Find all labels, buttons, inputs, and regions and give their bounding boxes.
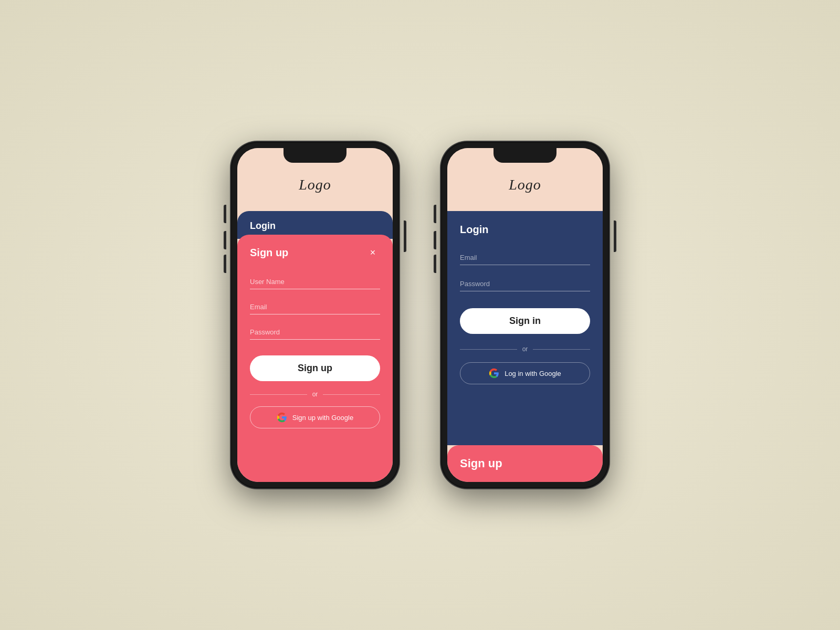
phone-2-content: Logo Login Sign in or	[447, 148, 603, 482]
signin-button[interactable]: Sign in	[460, 308, 590, 334]
or-divider-1: or	[250, 391, 380, 398]
logo-2: Logo	[509, 176, 541, 193]
google-login-button[interactable]: Log in with Google	[460, 362, 590, 384]
username-field	[250, 275, 380, 289]
signup-title: Sign up	[250, 247, 288, 259]
google-signup-button[interactable]: Sign up with Google	[250, 406, 380, 428]
signup-card-header: Sign up ×	[250, 245, 380, 260]
password-field-1	[250, 325, 380, 340]
close-button[interactable]: ×	[365, 245, 380, 260]
email-field-1	[250, 300, 380, 314]
or-line-right-1	[323, 394, 380, 395]
password-input-2[interactable]	[460, 277, 590, 291]
phone-1: Logo Login Sign up ×	[231, 142, 399, 488]
login-main: Login Sign in or	[447, 211, 603, 445]
phone-1-content: Logo Login Sign up ×	[237, 148, 393, 482]
login-tab-title-1: Login	[250, 220, 276, 231]
email-field-2	[460, 250, 590, 265]
login-title: Login	[460, 224, 590, 236]
notch-1	[284, 148, 346, 163]
or-divider-2: or	[460, 345, 590, 353]
google-signup-label: Sign up with Google	[292, 414, 353, 422]
username-input[interactable]	[250, 275, 380, 289]
phone-2-screen: Logo Login Sign in or	[447, 148, 603, 482]
password-input-1[interactable]	[250, 325, 380, 340]
logo-1: Logo	[299, 176, 331, 193]
password-field-2	[460, 277, 590, 291]
google-login-label: Log in with Google	[505, 370, 561, 377]
bottom-signup-tab[interactable]: Sign up	[447, 445, 603, 482]
bottom-signup-title: Sign up	[460, 457, 502, 470]
spacer	[460, 384, 590, 445]
signup-button[interactable]: Sign up	[250, 355, 380, 381]
or-line-left-1	[250, 394, 307, 395]
email-input-1[interactable]	[250, 300, 380, 314]
signup-card: Sign up × Sign up or	[237, 235, 393, 482]
or-label-2: or	[522, 345, 528, 353]
google-icon-1	[277, 412, 287, 423]
notch-2	[494, 148, 556, 163]
email-input-2[interactable]	[460, 250, 590, 265]
phone-1-screen: Logo Login Sign up ×	[237, 148, 393, 482]
or-label-1: or	[312, 391, 318, 398]
or-line-right-2	[533, 349, 590, 350]
google-icon-2	[489, 368, 499, 379]
phone-2: Logo Login Sign in or	[441, 142, 609, 488]
or-line-left-2	[460, 349, 517, 350]
